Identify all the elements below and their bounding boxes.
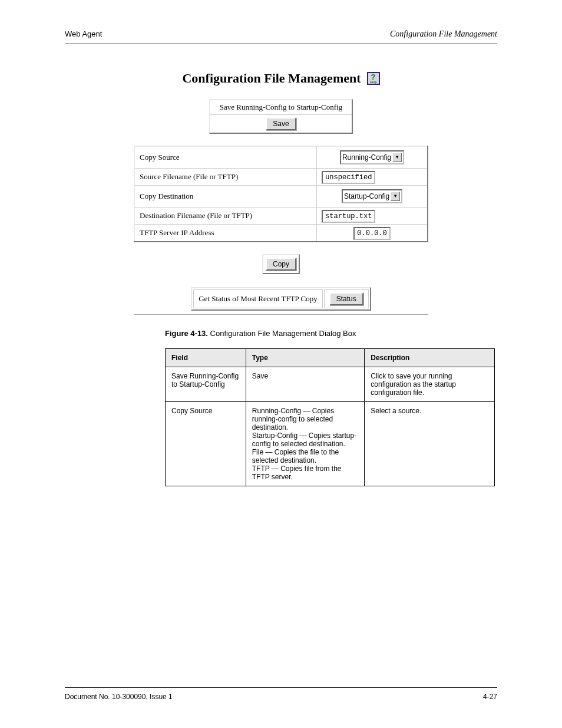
status-panel: Get Status of Most Recent TFTP Copy Stat… — [191, 287, 371, 311]
th-type: Type — [246, 349, 365, 367]
copy-button[interactable]: Copy — [266, 258, 296, 271]
footer-left: Document No. 10-300090, Issue 1 — [65, 693, 173, 701]
label-tftp-ip: TFTP Server IP Address — [134, 225, 317, 242]
save-config-caption: Save Running-Config to Startup-Config — [210, 100, 352, 115]
status-caption: Get Status of Most Recent TFTP Copy — [193, 289, 323, 308]
table-row: Copy Source Running-Config — Copies runn… — [166, 402, 495, 486]
th-field: Field — [166, 349, 246, 367]
copy-source-select[interactable]: Running-Config ▼ — [340, 150, 404, 164]
copy-form-table: Copy Source Running-Config ▼ Source File… — [134, 146, 428, 242]
chevron-down-icon: ▼ — [392, 153, 402, 162]
table-row: Save Running-Config to Startup-Config Sa… — [166, 367, 495, 402]
label-copy-destination: Copy Destination — [134, 186, 317, 207]
save-config-panel: Save Running-Config to Startup-Config Sa… — [209, 99, 353, 134]
label-destination-filename: Destination Filename (File or TFTP) — [134, 207, 317, 225]
save-button[interactable]: Save — [266, 117, 296, 130]
figure-caption: Figure 4-13. Configuration File Manageme… — [165, 329, 497, 338]
header-rule — [65, 44, 497, 44]
status-button[interactable]: Status — [329, 292, 363, 305]
tftp-ip-input[interactable]: 0.0.0.0 — [353, 227, 390, 240]
field-description-table: Field Type Description Save Running-Conf… — [165, 348, 495, 486]
label-source-filename: Source Filename (File or TFTP) — [134, 169, 317, 186]
panel-title: Configuration File Management — [182, 71, 361, 86]
config-file-mgmt-panel: Configuration File Management ? Help Sav… — [134, 71, 428, 315]
footer-right: 4-27 — [483, 693, 497, 701]
source-filename-input[interactable]: unspecified — [322, 171, 375, 184]
th-description: Description — [365, 349, 495, 367]
copy-button-frame: Copy — [262, 254, 300, 274]
copy-destination-select[interactable]: Startup-Config ▼ — [342, 189, 402, 203]
header-left: Web Agent — [65, 29, 102, 38]
help-icon[interactable]: ? Help — [367, 72, 380, 85]
label-copy-source: Copy Source — [134, 146, 317, 169]
chevron-down-icon: ▼ — [391, 192, 400, 201]
destination-filename-input[interactable]: startup.txt — [322, 210, 375, 223]
header-right: Configuration File Management — [390, 29, 497, 39]
page-header: Web Agent Configuration File Management — [65, 29, 497, 39]
footer-rule — [65, 687, 497, 688]
page-footer: Document No. 10-300090, Issue 1 4-27 — [65, 687, 497, 701]
